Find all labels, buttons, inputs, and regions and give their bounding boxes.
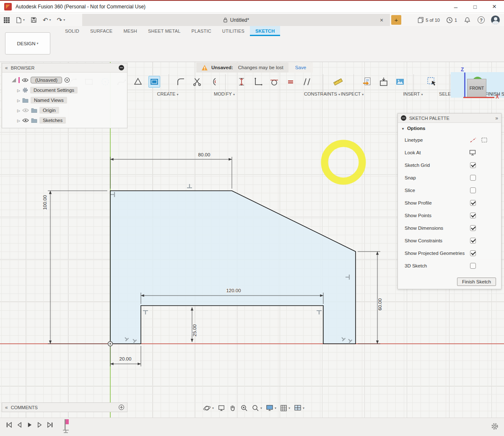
comments-collapse-icon[interactable] — [5, 405, 8, 410]
linetype-construction-icon[interactable] — [481, 137, 488, 143]
zoom-window-icon[interactable] — [240, 404, 248, 412]
visibility-eye-off-icon[interactable] — [22, 108, 29, 112]
visibility-eye-icon[interactable] — [22, 78, 29, 82]
document-tab[interactable]: Untitled* — [223, 17, 249, 23]
timeline-position-marker[interactable] — [61, 418, 74, 434]
tab-sketch[interactable]: SKETCH — [250, 26, 280, 36]
step-back-icon[interactable] — [17, 422, 22, 428]
trim-tool-icon[interactable] — [191, 76, 203, 88]
sketch-dimension-tool-icon[interactable] — [236, 76, 247, 88]
3d-sketch-checkbox[interactable] — [470, 263, 476, 269]
display-settings-icon[interactable] — [266, 405, 276, 411]
visibility-eye-icon[interactable] — [22, 118, 29, 122]
viewcube-front-face[interactable]: FRONT — [467, 79, 486, 97]
file-menu-button[interactable] — [15, 15, 26, 25]
tab-utilities[interactable]: UTILITIES — [217, 26, 250, 36]
skip-to-start-icon[interactable] — [6, 422, 12, 428]
expander-icon[interactable] — [17, 97, 20, 103]
slice-checkbox[interactable] — [470, 187, 476, 193]
insert-canvas-icon[interactable] — [394, 76, 406, 88]
show-constraints-checkbox[interactable] — [470, 238, 476, 244]
tab-sheet-metal[interactable]: SHEET METAL — [143, 26, 186, 36]
show-projected-geometries-checkbox[interactable] — [470, 250, 476, 256]
expander-icon[interactable] — [17, 87, 20, 93]
undock-panel-icon[interactable] — [495, 115, 498, 121]
expander-icon[interactable] — [17, 117, 20, 123]
close-button[interactable] — [485, 1, 504, 13]
browser-item-named-views[interactable]: Named Views — [2, 95, 127, 105]
dim-label-20[interactable]: 20.00 — [120, 356, 132, 361]
zoom-icon[interactable] — [252, 404, 262, 412]
notifications-button[interactable] — [463, 15, 471, 25]
tangent-constraint-icon[interactable] — [268, 76, 280, 88]
options-section-header[interactable]: Options — [398, 123, 501, 134]
minimize-panel-icon[interactable] — [119, 65, 124, 70]
look-at-view-icon[interactable] — [218, 404, 225, 412]
minimize-button[interactable] — [446, 1, 465, 13]
palette-collapse-icon[interactable] — [401, 115, 406, 121]
user-avatar[interactable] — [491, 16, 500, 24]
workspace-switcher[interactable]: DESIGN — [5, 32, 50, 54]
dim-label-25[interactable]: 25.00 — [192, 324, 197, 337]
help-icon[interactable] — [478, 16, 485, 23]
sketch-palette-header[interactable]: SKETCH PALETTE — [398, 114, 501, 123]
target-icon[interactable] — [64, 77, 70, 83]
grid-display-icon[interactable] — [280, 405, 290, 412]
browser-item-sketches[interactable]: Sketches — [2, 115, 127, 125]
horizontal-vertical-constraint-icon[interactable] — [252, 76, 264, 88]
sketch-profile[interactable] — [110, 191, 356, 344]
viewports-icon[interactable] — [294, 405, 304, 411]
insert-dxf-icon[interactable] — [361, 76, 373, 88]
save-button[interactable] — [30, 15, 38, 25]
sketch-grid-checkbox[interactable] — [470, 162, 476, 168]
expander-icon[interactable] — [17, 107, 20, 113]
dim-label-80[interactable]: 80.00 — [198, 152, 210, 157]
skip-to-end-icon[interactable] — [47, 422, 53, 428]
polygon-tool-icon[interactable] — [132, 76, 144, 88]
select-tool-icon[interactable] — [426, 76, 438, 88]
open-documents-button[interactable]: 5 of 10 — [418, 17, 440, 23]
new-tab-button[interactable] — [391, 15, 401, 25]
dimension-left-height[interactable]: 100.00 — [42, 191, 107, 344]
look-at-icon[interactable] — [469, 150, 476, 156]
show-dimensions-checkbox[interactable] — [470, 225, 476, 231]
browser-item-label[interactable]: Origin — [39, 107, 59, 114]
view-cube[interactable]: Z FRONT X — [457, 67, 504, 107]
redo-button[interactable] — [56, 15, 66, 25]
document-name[interactable]: (Unsaved) — [31, 77, 62, 83]
offset-tool-icon[interactable] — [208, 76, 219, 88]
equal-constraint-icon[interactable] — [285, 76, 296, 88]
linetype-centerline-icon[interactable] — [470, 137, 477, 143]
finish-sketch-palette-button[interactable]: Finish Sketch — [457, 278, 496, 286]
timeline-settings-gear-icon[interactable] — [491, 422, 499, 431]
browser-item-document-settings[interactable]: Document Settings — [2, 85, 127, 95]
origin-point[interactable] — [108, 342, 113, 346]
dimension-right-height[interactable]: 60.00 — [358, 252, 382, 344]
dim-label-60[interactable]: 60.00 — [377, 298, 382, 311]
browser-item-label[interactable]: Named Views — [31, 97, 67, 104]
orbit-icon[interactable] — [203, 404, 214, 412]
dimension-slot-depth[interactable]: 25.00 — [192, 307, 197, 342]
browser-header[interactable]: BROWSER — [2, 63, 127, 73]
parallel-constraint-icon[interactable] — [301, 76, 313, 88]
snap-checkbox[interactable] — [470, 175, 476, 181]
document-close-icon[interactable] — [377, 14, 387, 26]
show-points-checkbox[interactable] — [470, 213, 476, 218]
tab-plastic[interactable]: PLASTIC — [186, 26, 217, 36]
fillet-tool-icon[interactable] — [175, 76, 187, 88]
browser-item-label[interactable]: Document Settings — [30, 87, 78, 93]
pan-icon[interactable] — [229, 404, 236, 412]
undo-button[interactable] — [42, 15, 52, 25]
step-forward-icon[interactable] — [37, 422, 42, 428]
dim-label-120[interactable]: 120.00 — [226, 288, 241, 293]
play-icon[interactable] — [27, 422, 32, 428]
tab-surface[interactable]: SURFACE — [85, 26, 118, 36]
tab-solid[interactable]: SOLID — [60, 26, 85, 36]
dimension-origin-offset[interactable]: 20.00 — [110, 346, 141, 366]
browser-root-row[interactable]: (Unsaved) — [2, 75, 127, 85]
insert-mcmaster-icon[interactable] — [378, 76, 390, 88]
maximize-button[interactable] — [465, 1, 485, 13]
app-grid-icon[interactable] — [3, 15, 11, 25]
browser-item-label[interactable]: Sketches — [39, 117, 66, 124]
save-link[interactable]: Save — [288, 62, 313, 73]
